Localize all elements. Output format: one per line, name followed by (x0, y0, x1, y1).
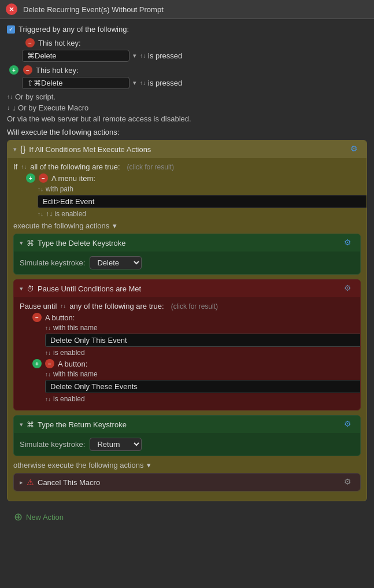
type-return-collapse[interactable]: ▾ (20, 421, 23, 428)
pause-collapse[interactable]: ▾ (20, 285, 23, 293)
conditions-curly-icon: {} (20, 145, 25, 154)
pause-until-title: ▾ ⏱ Pause Until Conditions are Met (20, 284, 141, 293)
add-condition-button[interactable]: + (26, 173, 35, 183)
add-button2[interactable]: + (32, 359, 42, 368)
cancel-macro-header: ▸ ⚠ Cancel This Macro ⚙ (14, 474, 360, 491)
menu-item-label: A menu item: (51, 174, 95, 183)
button1-with-name-text: with this name (53, 324, 98, 332)
button1-section: − A button: ↑↓ with this name ↑↓ is enab… (32, 313, 354, 357)
button2-updown[interactable]: ↑↓ (45, 371, 51, 378)
simulate-delete-row: Simulate keystroke: Delete (20, 256, 354, 269)
keystroke-delete-select[interactable]: Delete (90, 256, 142, 269)
otherwise-arrow[interactable]: ▾ (147, 461, 151, 469)
button1-updown[interactable]: ↑↓ (45, 325, 51, 331)
pause-condition-header: Pause until ↑↓ any of the following are … (20, 302, 354, 310)
is-enabled-row: ↑↓ ↑↓ is enabled (38, 210, 361, 218)
remove-button1[interactable]: − (32, 313, 42, 322)
cancel-macro-title: ▸ ⚠ Cancel This Macro (20, 478, 100, 487)
button1-is-enabled-text: is enabled (53, 349, 85, 357)
button1-label: A button: (45, 313, 75, 322)
cancel-icon: ⚠ (27, 478, 34, 487)
new-action-label: New Action (26, 513, 64, 522)
type-return-body: Simulate keystroke: Return (14, 433, 360, 456)
otherwise-row: otherwise execute the following actions … (13, 461, 361, 469)
button2-with-name-text: with this name (53, 370, 98, 378)
hotkey1-pressed-text: is pressed (148, 51, 182, 60)
hotkey2-input-row: ▾ ↑↓ is pressed (22, 77, 367, 89)
type-return-gear-icon[interactable]: ⚙ (344, 419, 354, 430)
hotkey1-input-row: ▾ ↑↓ is pressed (22, 50, 367, 62)
hotkey2-is-pressed: ↑↓ is pressed (140, 79, 182, 87)
hotkey2-input[interactable] (22, 77, 129, 89)
cancel-macro-block: ▸ ⚠ Cancel This Macro ⚙ (13, 473, 361, 491)
button1-name-input[interactable] (45, 334, 361, 347)
condition-header-row: If ↑↓ all of the following are true: (cl… (13, 162, 361, 171)
script-chevron-icon[interactable]: ↑↓ (7, 94, 13, 100)
menu-item-row: + − A menu item: (26, 173, 361, 183)
conditions-gear-icon[interactable]: ⚙ (350, 144, 361, 154)
is-enabled-text: ↑↓ is enabled (46, 210, 86, 218)
type-delete-gear-icon[interactable]: ⚙ (344, 238, 354, 248)
type-return-header: ▾ ⌘ Type the Return Keystroke ⚙ (14, 416, 360, 433)
remove-condition-button[interactable]: − (39, 173, 48, 183)
pause-updown[interactable]: ↑↓ (60, 303, 66, 309)
hotkey1-label: This hot key: (38, 39, 81, 47)
or-by-execute-label: ↓ Or by Execute Macro (12, 103, 88, 112)
execute-actions-row: execute the following actions ▾ (13, 221, 361, 230)
type-delete-title-text: Type the Delete Keystroke (38, 239, 125, 247)
remove-hotkey1-button[interactable]: − (25, 38, 35, 47)
close-button[interactable] (6, 3, 17, 15)
new-action-add-icon: ⊕ (14, 511, 23, 523)
execute-chevron-icon[interactable]: ↓ (7, 105, 10, 111)
pause-gear-icon[interactable]: ⚙ (344, 283, 354, 294)
button1-enabled-updown[interactable]: ↑↓ (45, 350, 51, 356)
hotkey1-updown[interactable]: ↑↓ (140, 53, 146, 59)
conditions-block-body: If ↑↓ all of the following are true: (cl… (8, 158, 366, 501)
webserver-text: Or via the web server but all remote acc… (7, 114, 191, 123)
execute-actions-arrow[interactable]: ▾ (113, 221, 117, 230)
remove-hotkey2-button[interactable]: − (23, 65, 32, 75)
with-path-label: with path (46, 185, 73, 193)
cancel-collapse[interactable]: ▸ (20, 479, 23, 486)
otherwise-text: otherwise execute the following actions (13, 461, 143, 469)
trigger-header: Triggered by any of the following: (7, 25, 367, 34)
button1-is-enabled-row: ↑↓ is enabled (45, 349, 354, 357)
hotkey1-is-pressed: ↑↓ is pressed (140, 51, 182, 60)
type-return-cmd-icon: ⌘ (27, 420, 34, 429)
type-delete-header: ▾ ⌘ Type the Delete Keystroke ⚙ (14, 234, 360, 252)
type-return-title-text: Type the Return Keystroke (38, 420, 127, 429)
path-input[interactable] (38, 195, 367, 208)
path-updown[interactable]: ↑↓ (38, 186, 43, 193)
triggered-label: Triggered by any of the following: (18, 25, 129, 34)
hotkey2-label: This hot key: (36, 66, 79, 75)
type-delete-title: ▾ ⌘ Type the Delete Keystroke (20, 239, 125, 247)
cancel-gear-icon[interactable]: ⚙ (344, 477, 354, 487)
webserver-row: Or via the web server but all remote acc… (7, 114, 367, 123)
hotkey2-updown[interactable]: ↑↓ (140, 80, 146, 86)
hotkey1-dropdown-arrow[interactable]: ▾ (133, 52, 136, 60)
simulate-return-label: Simulate keystroke: (20, 440, 85, 449)
conditions-block-header: ▾ {} If All Conditions Met Execute Actio… (8, 140, 366, 158)
hotkey2-dropdown-arrow[interactable]: ▾ (133, 79, 136, 87)
execute-actions-text: execute the following actions (13, 221, 109, 230)
conditions-collapse-arrow[interactable]: ▾ (13, 146, 17, 153)
button2-with-name-row: ↑↓ with this name (45, 370, 354, 378)
will-execute-text: Will execute the following actions: (7, 128, 119, 136)
button2-enabled-updown[interactable]: ↑↓ (45, 396, 51, 402)
conditions-title-text: If All Conditions Met Execute Actions (29, 145, 151, 154)
triggered-checkbox[interactable] (7, 25, 15, 34)
hotkey1-input[interactable] (22, 50, 129, 62)
button2-name-input[interactable] (45, 380, 361, 393)
enabled-updown[interactable]: ↑↓ (38, 211, 43, 217)
button2-is-enabled-row: ↑↓ is enabled (45, 395, 354, 403)
or-by-execute-row: ↓ ↓ Or by Execute Macro (7, 103, 367, 112)
type-return-block: ▾ ⌘ Type the Return Keystroke ⚙ Simulate… (13, 415, 361, 456)
keystroke-return-select[interactable]: Return (90, 438, 142, 451)
pause-click-result[interactable]: (click for result) (171, 302, 218, 310)
remove-button2[interactable]: − (45, 359, 54, 368)
add-hotkey-button[interactable]: + (9, 65, 18, 75)
new-action-row[interactable]: ⊕ New Action (7, 506, 367, 528)
condition-updown[interactable]: ↑↓ (21, 164, 27, 170)
type-delete-collapse[interactable]: ▾ (20, 239, 23, 247)
click-result-label[interactable]: (click for result) (127, 163, 174, 171)
